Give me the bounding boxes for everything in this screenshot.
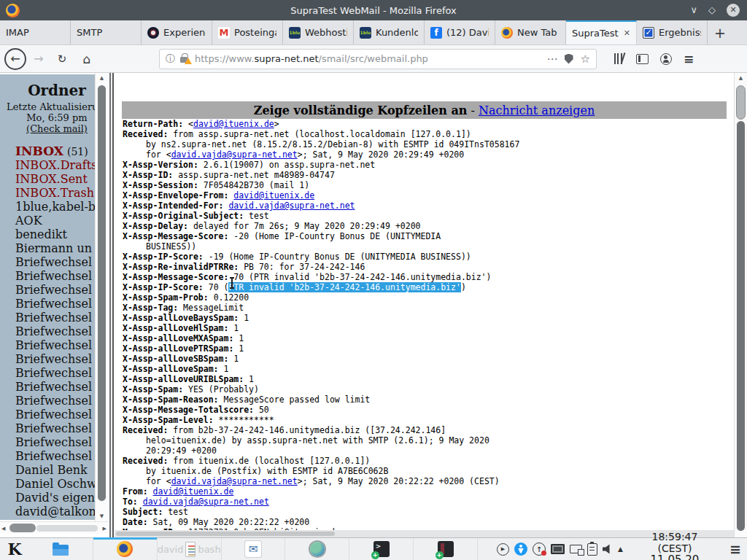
- email-link[interactable]: david@ituenix.de: [153, 486, 234, 497]
- network-icon[interactable]: [570, 545, 582, 553]
- scroll-left-icon[interactable]: ◀: [1, 526, 5, 532]
- reload-button[interactable]: ↻: [53, 52, 71, 66]
- scrollbar-thumb[interactable]: [97, 85, 107, 502]
- sidebar-folder-briefwechsel[interactable]: Briefwechsel: [0, 324, 95, 338]
- gmail-favicon: M: [218, 27, 230, 39]
- scroll-up-icon[interactable]: ▲: [735, 75, 747, 81]
- sidebar-folder-briefwechsel[interactable]: Briefwechsel: [0, 366, 95, 380]
- task-konsole[interactable]: david bash: [158, 538, 222, 560]
- tab-experienc[interactable]: Experienc: [142, 20, 212, 44]
- sidebar-folder-briefwechsel[interactable]: Briefwechsel: [0, 352, 95, 366]
- task-mail[interactable]: ✉: [222, 538, 286, 560]
- sidebar-folder-briefwechsel[interactable]: Briefwechsel: [0, 435, 95, 449]
- sidebar-folder-briefwechsel[interactable]: Briefwechsel: [0, 380, 95, 394]
- scroll-right-icon[interactable]: ▶: [103, 526, 107, 532]
- tab-new-tab[interactable]: New Tab: [495, 20, 566, 44]
- forward-button[interactable]: →: [29, 52, 48, 66]
- sidebar-folder-briefwechsel[interactable]: Briefwechsel: [0, 408, 95, 421]
- sidebar-folder-inbox-drafts[interactable]: INBOX.Drafts: [0, 158, 95, 172]
- email-link[interactable]: david@ituenix.de: [193, 119, 274, 129]
- sidebar-folder-daniel-benk[interactable]: Daniel Benk: [0, 463, 95, 477]
- sidebar-folder-david-talkon[interactable]: david@talkon: [0, 505, 95, 518]
- kde-launcher-button[interactable]: K: [0, 538, 29, 560]
- task-file-manager[interactable]: [29, 538, 93, 560]
- sidebar-folder-briefwechsel[interactable]: Briefwechsel: [0, 311, 95, 324]
- sidebar-folder-benedikt[interactable]: benedikt: [0, 228, 95, 241]
- home-button[interactable]: ⌂: [77, 52, 96, 66]
- sidebar-folder-briefwechsel[interactable]: Briefwechsel: [0, 338, 95, 352]
- sidebar-folder-briefwechsel[interactable]: Briefwechsel: [0, 394, 95, 408]
- pocket-shield-icon[interactable]: [565, 54, 573, 64]
- email-link[interactable]: david@ituenix.de: [233, 190, 314, 201]
- media-player-icon[interactable]: ▶: [497, 543, 509, 556]
- sidebar-folder-briefwechsel[interactable]: Briefwechsel: [0, 269, 95, 283]
- tab-kundenlo[interactable]: 1bluKundenlo: [354, 20, 425, 44]
- frame-splitter[interactable]: [108, 73, 115, 537]
- email-link[interactable]: david.vajda@supra-net.net: [143, 497, 269, 507]
- tab-imap[interactable]: IMAP: [0, 20, 71, 44]
- sidebar-folder-briefwechsel[interactable]: Briefwechsel: [0, 255, 95, 269]
- page-info-icon[interactable]: ⓘ: [166, 52, 175, 66]
- tab-supratest[interactable]: SupraTest✕: [566, 20, 637, 44]
- main-vertical-scrollbar[interactable]: ▲: [734, 73, 747, 537]
- email-link[interactable]: david.vajda@supra-net.net: [171, 149, 298, 160]
- scrollbar-thumb[interactable]: [736, 85, 746, 120]
- tab-webhosti[interactable]: 1bluWebhosti: [283, 20, 354, 44]
- volume-icon[interactable]: [603, 544, 613, 554]
- sidebar-folder-briefwechsel[interactable]: Briefwechsel: [0, 297, 95, 311]
- page-actions-icon[interactable]: ⋯: [547, 52, 558, 66]
- task-dark-app[interactable]: +: [414, 538, 478, 560]
- accessibility-icon[interactable]: [514, 542, 527, 556]
- sidebar-folder-biermann-un[interactable]: Biermann un: [0, 241, 95, 255]
- bookmark-star-icon[interactable]: ☆: [581, 52, 590, 66]
- sidebar-folder-1blue-kabel-b[interactable]: 1blue,kabel-b: [0, 200, 95, 214]
- check-mail-link[interactable]: (Check mail): [26, 123, 88, 134]
- show-message-link[interactable]: Nachricht anzeigen: [479, 104, 595, 117]
- scrollbar-thumb[interactable]: [9, 524, 36, 532]
- updates-icon[interactable]: ↑: [533, 542, 546, 556]
- clipboard-icon[interactable]: [587, 543, 597, 556]
- sidebar-folder-aok[interactable]: AOK: [0, 214, 95, 228]
- back-button[interactable]: ←: [4, 48, 26, 70]
- sidebar-folder-daniel-oschw[interactable]: Daniel Oschw: [0, 477, 95, 491]
- tab-smtp[interactable]: SMTP: [71, 20, 142, 44]
- sidebar-folder-briefwechsel[interactable]: Briefwechsel: [0, 449, 95, 463]
- insecure-lock-icon[interactable]: [180, 57, 187, 63]
- tab-ergebniss[interactable]: ✓Ergebniss: [637, 20, 708, 44]
- scrollbar-trough[interactable]: [36, 525, 98, 532]
- hamburger-menu-icon[interactable]: ≡: [684, 52, 694, 66]
- sidebar-folder-david-s-eigen[interactable]: David's eigen: [0, 491, 95, 505]
- email-link[interactable]: david.vajda@supra-net.net: [228, 201, 355, 211]
- scrollbar-thumb[interactable]: [116, 532, 335, 536]
- panel-menu-button[interactable]: ≡: [729, 541, 741, 557]
- sidebar-vertical-scrollbar[interactable]: ▲ ▼: [95, 73, 108, 521]
- sidebar-folder-inbox-sent[interactable]: INBOX.Sent: [0, 172, 95, 186]
- new-tab-button[interactable]: +: [708, 20, 732, 44]
- scrollbar-trough[interactable]: [737, 121, 745, 531]
- sidebar-folder-inbox[interactable]: INBOX (51): [0, 144, 95, 158]
- clock[interactable]: 18:59:47 (CEST) 11.05.20: [633, 532, 716, 560]
- tray-expand-icon[interactable]: ▲: [618, 545, 623, 553]
- display-icon[interactable]: [551, 544, 565, 554]
- email-link[interactable]: david.vajda@supra-net.net: [171, 476, 298, 486]
- title-bar[interactable]: SupraTest WebMail - Mozilla Firefox ∨ ◇ …: [0, 0, 747, 20]
- scroll-up-icon[interactable]: ▲: [96, 75, 108, 81]
- maximize-button[interactable]: ◇: [708, 4, 716, 17]
- tab-close-icon[interactable]: ✕: [624, 28, 630, 38]
- task-web-settings[interactable]: [285, 538, 349, 560]
- task-firefox[interactable]: [93, 538, 158, 560]
- sidebar-folder-briefwechsel[interactable]: Briefwechsel: [0, 421, 95, 435]
- sidebar-toggle-icon[interactable]: [636, 54, 649, 64]
- sidebar-horizontal-scrollbar[interactable]: ◀ ▶: [0, 521, 108, 534]
- library-icon[interactable]: [614, 53, 624, 64]
- task-terminal[interactable]: >+: [349, 538, 414, 560]
- scroll-down-icon[interactable]: ▼: [96, 513, 108, 519]
- sidebar-folder-briefwechsel[interactable]: Briefwechsel: [0, 283, 95, 297]
- account-icon[interactable]: [660, 53, 672, 65]
- url-bar[interactable]: ⓘ https://www.supra-net.net/smail/src/we…: [159, 49, 597, 69]
- sidebar-folder-inbox-trash[interactable]: INBOX.Trash: [0, 186, 95, 200]
- close-button[interactable]: ✕: [727, 4, 740, 17]
- minimize-button[interactable]: ∨: [690, 4, 697, 17]
- tab-posteinga[interactable]: MPosteinga: [212, 20, 283, 44]
- tab-12-david[interactable]: f(12) David: [425, 20, 495, 44]
